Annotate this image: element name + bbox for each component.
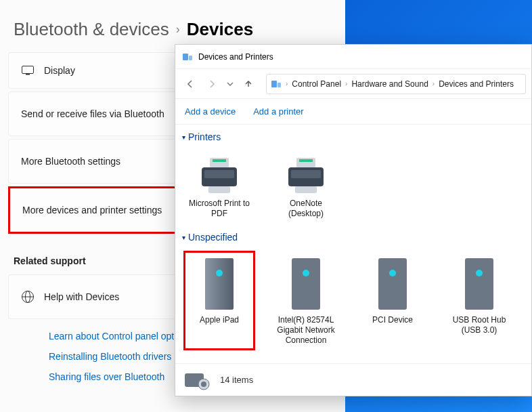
back-button[interactable] [181, 75, 200, 94]
settings-row-label: More Bluetooth settings [21, 156, 120, 167]
svg-rect-15 [299, 159, 313, 162]
chevron-down-icon: ▾ [182, 133, 185, 141]
svg-rect-12 [204, 170, 234, 178]
up-button[interactable] [239, 75, 258, 94]
item-label: OneNote (Desktop) [275, 199, 337, 219]
item-label: Intel(R) 82574L Gigabit Network Connecti… [275, 315, 337, 346]
nav-row: › Control Panel › Hardware and Sound › D… [175, 69, 531, 99]
breadcrumb-current: Devices [187, 19, 253, 40]
item-label: PCI Device [372, 315, 413, 325]
svg-rect-8 [278, 83, 281, 87]
forward-button[interactable] [202, 75, 221, 94]
item-label: Apple iPad [200, 315, 239, 325]
chevron-down-icon: ▾ [182, 234, 185, 241]
device-tower-icon [284, 255, 328, 312]
printer-item-onenote[interactable]: OneNote (Desktop) [270, 150, 342, 224]
status-bar: 14 items [175, 363, 531, 396]
svg-rect-5 [183, 54, 188, 60]
chevron-right-icon: › [433, 80, 435, 87]
device-tower-icon [197, 255, 242, 312]
devices-icon [182, 52, 193, 62]
breadcrumb-parent[interactable]: Bluetooth & devices [14, 19, 169, 40]
printer-icon [195, 155, 244, 196]
svg-point-30 [201, 382, 206, 387]
address-seg-2[interactable]: Hardware and Sound [351, 79, 428, 89]
add-device-button[interactable]: Add a device [185, 106, 236, 117]
globe-icon [21, 290, 35, 304]
devices-and-printers-window: Devices and Printers › Control Panel › H… [175, 44, 532, 396]
svg-rect-10 [213, 159, 226, 162]
svg-rect-24 [378, 258, 407, 310]
address-bar[interactable]: › Control Panel › Hardware and Sound › D… [266, 74, 526, 94]
svg-point-27 [476, 270, 483, 276]
svg-rect-7 [271, 81, 277, 87]
chevron-right-icon: › [286, 80, 288, 87]
settings-row-label: Send or receive files via Bluetooth [21, 108, 164, 119]
svg-point-23 [303, 270, 309, 276]
window-titlebar[interactable]: Devices and Printers [175, 45, 531, 69]
svg-rect-17 [291, 170, 321, 178]
svg-point-21 [216, 270, 223, 276]
item-label: Microsoft Print to PDF [188, 199, 250, 219]
group-label: Printers [188, 131, 221, 142]
window-title: Devices and Printers [198, 52, 273, 62]
item-label: USB Root Hub (USB 3.0) [448, 315, 510, 335]
settings-row-label: More devices and printer settings [22, 205, 162, 215]
add-printer-button[interactable]: Add a printer [253, 106, 303, 117]
device-tower-icon [457, 255, 502, 312]
printer-item-ms-print-pdf[interactable]: Microsoft Print to PDF [183, 150, 255, 224]
svg-rect-18 [295, 186, 317, 193]
chevron-right-icon: › [345, 80, 347, 87]
svg-rect-26 [465, 258, 493, 310]
device-item-apple-ipad[interactable]: Apple iPad [183, 251, 255, 350]
control-panel-icon [271, 79, 282, 89]
svg-rect-13 [208, 186, 230, 193]
group-printers[interactable]: ▾ Printers [182, 127, 525, 146]
svg-rect-1 [26, 74, 30, 75]
svg-point-25 [389, 270, 396, 276]
status-text: 14 items [220, 375, 253, 385]
status-icon [183, 369, 210, 391]
device-item-usb-root-hub[interactable]: USB Root Hub (USB 3.0) [443, 251, 515, 350]
address-seg-3[interactable]: Devices and Printers [439, 79, 514, 89]
help-label: Help with Devices [44, 291, 119, 302]
group-unspecified[interactable]: ▾ Unspecified [182, 228, 525, 247]
printers-grid: Microsoft Print to PDF OneNote (Desktop) [182, 146, 525, 228]
device-item-pci[interactable]: PCI Device [357, 251, 428, 350]
printer-icon [282, 155, 330, 196]
recent-dropdown[interactable] [224, 75, 236, 94]
chevron-right-icon: › [176, 22, 180, 37]
svg-rect-6 [189, 56, 192, 60]
device-item-intel-nic[interactable]: Intel(R) 82574L Gigabit Network Connecti… [270, 251, 342, 350]
svg-rect-22 [292, 258, 320, 310]
unspecified-grid: Apple iPad Intel(R) 82574L Gigabit Netwo… [182, 247, 525, 354]
content-area: ▾ Printers Microsoft Print to PDF [175, 125, 531, 363]
svg-rect-0 [22, 66, 34, 74]
device-tower-icon [370, 255, 415, 312]
monitor-icon [21, 64, 35, 77]
svg-rect-20 [205, 258, 234, 310]
settings-row-label: Display [44, 65, 75, 76]
address-seg-1[interactable]: Control Panel [292, 79, 341, 89]
group-label: Unspecified [188, 232, 238, 243]
command-row: Add a device Add a printer [175, 99, 531, 125]
